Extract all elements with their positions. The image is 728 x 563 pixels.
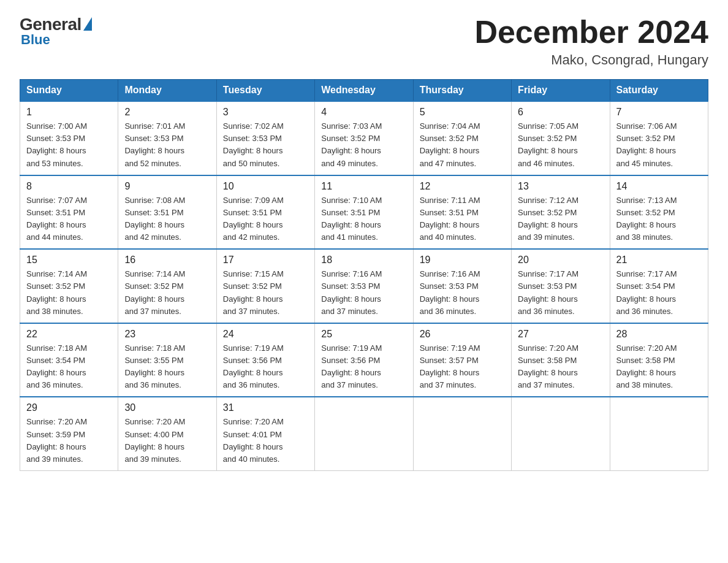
- day-number: 10: [223, 181, 308, 192]
- calendar-day-cell: 4Sunrise: 7:03 AMSunset: 3:52 PMDaylight…: [315, 101, 413, 175]
- calendar-day-cell: 3Sunrise: 7:02 AMSunset: 3:53 PMDaylight…: [216, 101, 314, 175]
- calendar-day-cell: 5Sunrise: 7:04 AMSunset: 3:52 PMDaylight…: [413, 101, 511, 175]
- day-number: 18: [321, 255, 406, 266]
- calendar-day-cell: 2Sunrise: 7:01 AMSunset: 3:53 PMDaylight…: [118, 101, 216, 175]
- calendar-empty-cell: [610, 397, 708, 470]
- day-info: Sunrise: 7:18 AMSunset: 3:54 PMDaylight:…: [26, 342, 112, 392]
- calendar-day-cell: 14Sunrise: 7:13 AMSunset: 3:52 PMDayligh…: [610, 175, 708, 250]
- logo: General Blue: [20, 15, 92, 48]
- calendar-week-row: 15Sunrise: 7:14 AMSunset: 3:52 PMDayligh…: [20, 249, 708, 323]
- calendar-day-cell: 13Sunrise: 7:12 AMSunset: 3:52 PMDayligh…: [512, 175, 610, 250]
- calendar-day-cell: 18Sunrise: 7:16 AMSunset: 3:53 PMDayligh…: [315, 249, 413, 323]
- day-number: 15: [26, 255, 112, 266]
- calendar-day-cell: 28Sunrise: 7:20 AMSunset: 3:58 PMDayligh…: [610, 323, 708, 397]
- day-number: 21: [616, 255, 702, 266]
- calendar-day-cell: 10Sunrise: 7:09 AMSunset: 3:51 PMDayligh…: [216, 175, 314, 250]
- day-info: Sunrise: 7:20 AMSunset: 3:58 PMDaylight:…: [616, 342, 702, 392]
- day-info: Sunrise: 7:15 AMSunset: 3:52 PMDaylight:…: [223, 268, 308, 318]
- page-header: General Blue December 2024 Mako, Csongra…: [20, 15, 708, 68]
- day-number: 28: [616, 329, 702, 340]
- day-info: Sunrise: 7:14 AMSunset: 3:52 PMDaylight:…: [124, 268, 210, 318]
- calendar-day-cell: 12Sunrise: 7:11 AMSunset: 3:51 PMDayligh…: [413, 175, 511, 250]
- day-info: Sunrise: 7:19 AMSunset: 3:56 PMDaylight:…: [223, 342, 308, 392]
- calendar-day-cell: 20Sunrise: 7:17 AMSunset: 3:53 PMDayligh…: [512, 249, 610, 323]
- weekday-header-saturday: Saturday: [610, 80, 708, 102]
- logo-blue-text: Blue: [21, 32, 50, 48]
- location-subtitle: Mako, Csongrad, Hungary: [474, 52, 708, 68]
- day-info: Sunrise: 7:19 AMSunset: 3:57 PMDaylight:…: [420, 342, 505, 392]
- day-info: Sunrise: 7:09 AMSunset: 3:51 PMDaylight:…: [223, 194, 308, 244]
- day-info: Sunrise: 7:18 AMSunset: 3:55 PMDaylight:…: [124, 342, 210, 392]
- day-number: 8: [26, 181, 112, 192]
- day-info: Sunrise: 7:10 AMSunset: 3:51 PMDaylight:…: [321, 194, 406, 244]
- day-info: Sunrise: 7:17 AMSunset: 3:53 PMDaylight:…: [518, 268, 603, 318]
- calendar-empty-cell: [512, 397, 610, 470]
- day-info: Sunrise: 7:20 AMSunset: 3:58 PMDaylight:…: [518, 342, 603, 392]
- calendar-day-cell: 15Sunrise: 7:14 AMSunset: 3:52 PMDayligh…: [20, 249, 118, 323]
- calendar-week-row: 1Sunrise: 7:00 AMSunset: 3:53 PMDaylight…: [20, 101, 708, 175]
- day-info: Sunrise: 7:06 AMSunset: 3:52 PMDaylight:…: [616, 120, 702, 170]
- day-number: 1: [26, 107, 112, 118]
- day-number: 29: [26, 402, 112, 413]
- day-info: Sunrise: 7:20 AMSunset: 3:59 PMDaylight:…: [26, 416, 112, 465]
- calendar-day-cell: 1Sunrise: 7:00 AMSunset: 3:53 PMDaylight…: [20, 101, 118, 175]
- calendar-day-cell: 19Sunrise: 7:16 AMSunset: 3:53 PMDayligh…: [413, 249, 511, 323]
- weekday-header-tuesday: Tuesday: [216, 80, 314, 102]
- day-number: 11: [321, 181, 406, 192]
- day-number: 2: [124, 107, 210, 118]
- calendar-week-row: 22Sunrise: 7:18 AMSunset: 3:54 PMDayligh…: [20, 323, 708, 397]
- day-info: Sunrise: 7:16 AMSunset: 3:53 PMDaylight:…: [420, 268, 505, 318]
- title-block: December 2024 Mako, Csongrad, Hungary: [474, 15, 708, 68]
- calendar-day-cell: 23Sunrise: 7:18 AMSunset: 3:55 PMDayligh…: [118, 323, 216, 397]
- day-number: 4: [321, 107, 406, 118]
- calendar-empty-cell: [315, 397, 413, 470]
- day-info: Sunrise: 7:17 AMSunset: 3:54 PMDaylight:…: [616, 268, 702, 318]
- day-number: 26: [420, 329, 505, 340]
- day-info: Sunrise: 7:05 AMSunset: 3:52 PMDaylight:…: [518, 120, 603, 170]
- day-number: 31: [223, 402, 308, 413]
- calendar-day-cell: 29Sunrise: 7:20 AMSunset: 3:59 PMDayligh…: [20, 397, 118, 470]
- day-number: 12: [420, 181, 505, 192]
- day-number: 22: [26, 329, 112, 340]
- calendar-week-row: 8Sunrise: 7:07 AMSunset: 3:51 PMDaylight…: [20, 175, 708, 250]
- day-number: 17: [223, 255, 308, 266]
- day-info: Sunrise: 7:01 AMSunset: 3:53 PMDaylight:…: [124, 120, 210, 170]
- logo-triangle-icon: [83, 17, 92, 31]
- calendar-day-cell: 16Sunrise: 7:14 AMSunset: 3:52 PMDayligh…: [118, 249, 216, 323]
- day-info: Sunrise: 7:11 AMSunset: 3:51 PMDaylight:…: [420, 194, 505, 244]
- day-number: 27: [518, 329, 603, 340]
- day-info: Sunrise: 7:14 AMSunset: 3:52 PMDaylight:…: [26, 268, 112, 318]
- day-info: Sunrise: 7:20 AMSunset: 4:01 PMDaylight:…: [223, 416, 308, 465]
- calendar-day-cell: 21Sunrise: 7:17 AMSunset: 3:54 PMDayligh…: [610, 249, 708, 323]
- calendar-day-cell: 17Sunrise: 7:15 AMSunset: 3:52 PMDayligh…: [216, 249, 314, 323]
- day-info: Sunrise: 7:03 AMSunset: 3:52 PMDaylight:…: [321, 120, 406, 170]
- calendar-week-row: 29Sunrise: 7:20 AMSunset: 3:59 PMDayligh…: [20, 397, 708, 470]
- calendar-day-cell: 22Sunrise: 7:18 AMSunset: 3:54 PMDayligh…: [20, 323, 118, 397]
- day-info: Sunrise: 7:12 AMSunset: 3:52 PMDaylight:…: [518, 194, 603, 244]
- day-info: Sunrise: 7:00 AMSunset: 3:53 PMDaylight:…: [26, 120, 112, 170]
- calendar-day-cell: 30Sunrise: 7:20 AMSunset: 4:00 PMDayligh…: [118, 397, 216, 470]
- day-number: 6: [518, 107, 603, 118]
- day-number: 30: [124, 402, 210, 413]
- day-number: 9: [124, 181, 210, 192]
- calendar-day-cell: 31Sunrise: 7:20 AMSunset: 4:01 PMDayligh…: [216, 397, 314, 470]
- day-number: 19: [420, 255, 505, 266]
- weekday-header-thursday: Thursday: [413, 80, 511, 102]
- day-number: 20: [518, 255, 603, 266]
- main-title: December 2024: [474, 15, 708, 50]
- day-number: 3: [223, 107, 308, 118]
- day-number: 16: [124, 255, 210, 266]
- calendar-day-cell: 27Sunrise: 7:20 AMSunset: 3:58 PMDayligh…: [512, 323, 610, 397]
- calendar-header-row: SundayMondayTuesdayWednesdayThursdayFrid…: [20, 80, 708, 102]
- calendar-day-cell: 8Sunrise: 7:07 AMSunset: 3:51 PMDaylight…: [20, 175, 118, 250]
- calendar-empty-cell: [413, 397, 511, 470]
- day-number: 13: [518, 181, 603, 192]
- day-info: Sunrise: 7:20 AMSunset: 4:00 PMDaylight:…: [124, 416, 210, 465]
- day-info: Sunrise: 7:19 AMSunset: 3:56 PMDaylight:…: [321, 342, 406, 392]
- day-number: 5: [420, 107, 505, 118]
- weekday-header-friday: Friday: [512, 80, 610, 102]
- calendar-day-cell: 24Sunrise: 7:19 AMSunset: 3:56 PMDayligh…: [216, 323, 314, 397]
- weekday-header-sunday: Sunday: [20, 80, 118, 102]
- calendar-day-cell: 6Sunrise: 7:05 AMSunset: 3:52 PMDaylight…: [512, 101, 610, 175]
- calendar-day-cell: 25Sunrise: 7:19 AMSunset: 3:56 PMDayligh…: [315, 323, 413, 397]
